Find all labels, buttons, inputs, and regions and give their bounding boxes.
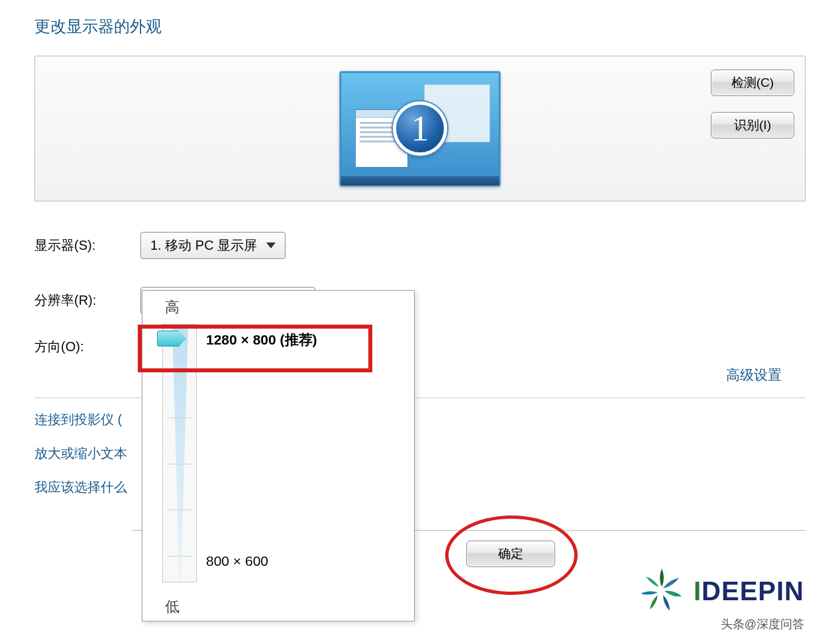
display-value: 1. 移动 PC 显示屏: [150, 237, 257, 254]
resolution-slider-flyout: 高 1280 × 800 (推荐) 800 × 600 低: [142, 290, 415, 621]
slider-low-label: 低: [165, 597, 180, 617]
slider-high-label: 高: [165, 297, 180, 317]
which-choose-link[interactable]: 我应该选择什么: [34, 478, 127, 496]
monitor-number-badge: 1: [393, 101, 447, 156]
monitor-preview-panel: 1 检测(C) 识别(I): [34, 56, 806, 201]
watermark-subtitle: 头条@深度问答: [721, 616, 804, 632]
resolution-label: 分辨率(R):: [34, 292, 140, 309]
slider-option-recommended: 1280 × 800 (推荐): [206, 331, 317, 349]
resolution-slider-track[interactable]: [162, 324, 197, 582]
page-title: 更改显示器的外观: [0, 0, 840, 37]
text-size-link[interactable]: 放大或缩小文本: [34, 445, 127, 462]
advanced-settings-link[interactable]: 高级设置: [726, 366, 782, 384]
identify-button[interactable]: 识别(I): [711, 112, 794, 138]
chevron-down-icon: [266, 242, 276, 248]
slider-option-lowest: 800 × 600: [206, 553, 268, 569]
ok-button[interactable]: 确定: [466, 541, 555, 567]
orientation-label: 方向(O):: [34, 338, 140, 356]
monitor-thumbnail[interactable]: 1: [339, 71, 501, 187]
detect-button[interactable]: 检测(C): [711, 70, 794, 96]
display-label: 显示器(S):: [34, 237, 140, 254]
watermark-logo: IDEEPIN: [635, 564, 804, 617]
projector-link[interactable]: 连接到投影仪 (: [34, 411, 127, 429]
display-combobox[interactable]: 1. 移动 PC 显示屏: [140, 232, 286, 259]
